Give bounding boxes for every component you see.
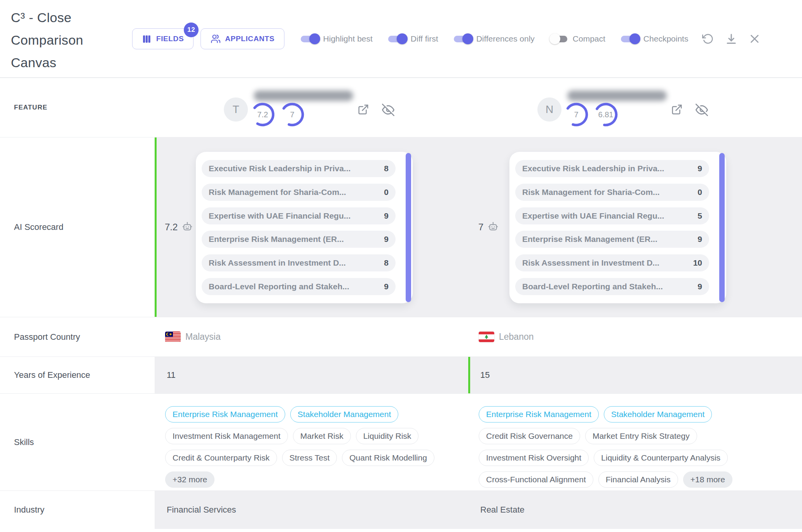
skills-cell-a: Enterprise Risk Management Stakeholder M… — [155, 394, 468, 490]
open-profile-icon[interactable] — [671, 104, 683, 117]
skill-chip: Investment Risk Management — [165, 428, 288, 444]
passport-cell-a: Malaysia — [155, 317, 468, 356]
best-highlight-bar — [155, 137, 157, 317]
skill-chip: Credit & Counterparty Risk — [165, 450, 277, 466]
applicant-b-score-ring-1: 7 — [563, 101, 589, 128]
row-years-of-experience: Years of Experience 11 15 — [0, 356, 802, 393]
users-icon — [210, 34, 220, 44]
toggle-compact-label: Compact — [573, 34, 605, 43]
ai-scorecard-cell-b: 7 Executive Risk Leadership in Priva...9… — [468, 137, 802, 317]
skills-more-button[interactable]: +18 more — [683, 471, 732, 488]
applicant-a-score-ring-2: 7 — [279, 101, 305, 128]
scorecard-item: Executive Risk Leadership in Priva...8 — [202, 160, 396, 177]
toggle-checkpoints-label: Checkpoints — [643, 34, 689, 43]
fields-button[interactable]: FIELDS 12 — [132, 28, 194, 49]
row-passport-country: Passport Country Malaysia — [0, 317, 802, 356]
columns-icon — [142, 34, 152, 44]
scorecard-item: Enterprise Risk Management (ER...9 — [202, 231, 396, 248]
fields-button-label: FIELDS — [156, 35, 184, 43]
scorecard-item: Executive Risk Leadership in Priva...9 — [515, 160, 709, 177]
download-icon[interactable] — [725, 33, 737, 45]
skill-chip: Quant Risk Modelling — [342, 450, 434, 466]
industry-value: Real Estate — [480, 491, 525, 529]
open-profile-icon[interactable] — [357, 104, 369, 117]
passport-cell-b: Lebanon — [468, 317, 802, 356]
malaysia-flag-icon — [165, 332, 181, 342]
scorecard-item: Expertise with UAE Financial Regu...9 — [202, 207, 396, 224]
row-label-years-of-experience: Years of Experience — [0, 357, 155, 393]
yoe-cell-b: 15 — [468, 357, 802, 393]
skill-chip: Credit Risk Governance — [479, 428, 580, 444]
lebanon-flag-icon — [479, 332, 494, 342]
skill-chip-highlighted: Enterprise Risk Management — [165, 406, 285, 422]
skill-chip: Investment Risk Oversight — [479, 450, 589, 466]
industry-value: Financial Services — [167, 491, 236, 529]
scorecard-scrollbar[interactable] — [406, 153, 411, 302]
scorecard-item: Board-Level Reporting and Stakeh...9 — [515, 278, 709, 295]
skill-chip-highlighted: Stakeholder Management — [290, 406, 399, 422]
overall-score-a: 7.2 — [165, 137, 193, 317]
row-label-industry: Industry — [0, 491, 155, 529]
yoe-value: 15 — [480, 357, 490, 393]
hide-applicant-icon[interactable] — [382, 104, 394, 118]
toggle-diff-first[interactable]: Diff first — [387, 33, 438, 45]
toggle-diff-first-label: Diff first — [411, 34, 438, 43]
robot-icon — [487, 220, 499, 234]
page-title: C³ - Close Comparison Canvas — [11, 6, 98, 74]
fields-count-badge: 12 — [184, 23, 199, 37]
industry-cell-b: Real Estate — [468, 491, 802, 529]
scorecard-item: Enterprise Risk Management (ER...9 — [515, 231, 709, 248]
passport-country-value: Malaysia — [185, 332, 221, 342]
toggle-checkpoints-switch[interactable] — [620, 33, 640, 45]
feature-column-header: FEATURE — [0, 78, 155, 137]
skill-chip-highlighted: Stakeholder Management — [604, 406, 712, 422]
skill-chip: Liquidity Risk — [356, 428, 419, 444]
skill-chip: Liquidity & Counterparty Analysis — [594, 450, 728, 466]
ai-scorecard-cell-a: 7.2 Executive Risk Leadership in Priva..… — [155, 137, 468, 317]
skills-cell-b: Enterprise Risk Management Stakeholder M… — [468, 394, 802, 490]
applicant-b-score-ring-2: 6.81 — [593, 101, 619, 128]
toggle-differences-only-switch[interactable] — [453, 33, 473, 45]
applicant-a-header: T 7.2 7 — [155, 78, 468, 137]
passport-country-value: Lebanon — [499, 332, 534, 342]
yoe-value: 11 — [167, 357, 176, 393]
row-skills: Skills Enterprise Risk Management Stakeh… — [0, 393, 802, 490]
scorecard-scrollbar[interactable] — [719, 153, 725, 302]
scorecard-item: Board-Level Reporting and Stakeh...9 — [202, 278, 396, 295]
toggle-diff-first-switch[interactable] — [387, 33, 408, 45]
toggle-compact[interactable]: Compact — [549, 33, 605, 45]
refresh-icon[interactable] — [702, 33, 714, 45]
toggle-compact-switch[interactable] — [549, 33, 570, 45]
skill-chip-highlighted: Enterprise Risk Management — [479, 406, 599, 422]
industry-cell-a: Financial Services — [155, 491, 468, 529]
hide-applicant-icon[interactable] — [696, 104, 708, 118]
toggle-differences-only-label: Differences only — [476, 34, 535, 43]
row-label-passport-country: Passport Country — [0, 317, 155, 356]
toggle-checkpoints[interactable]: Checkpoints — [620, 33, 689, 45]
toggle-highlight-best-switch[interactable] — [300, 33, 320, 45]
toggle-differences-only[interactable]: Differences only — [453, 33, 535, 45]
toggle-highlight-best[interactable]: Highlight best — [300, 33, 373, 45]
scorecard-panel-b: Executive Risk Leadership in Priva...9 R… — [509, 152, 726, 303]
scorecard-item: Expertise with UAE Financial Regu...5 — [515, 207, 709, 224]
skills-more-button[interactable]: +32 more — [165, 471, 214, 488]
applicant-b-avatar: N — [537, 97, 561, 122]
robot-icon — [181, 220, 193, 234]
yoe-cell-a: 11 — [155, 357, 468, 393]
skill-chip: Cross-Functional Alignment — [479, 471, 593, 488]
applicant-b-header: N 7 6.81 — [468, 78, 802, 137]
overall-score-b: 7 — [478, 137, 499, 317]
top-bar: C³ - Close Comparison Canvas FIELDS 12 A… — [0, 0, 802, 78]
scorecard-item: Risk Assessment in Investment D...8 — [202, 254, 396, 271]
scorecard-item: Risk Assessment in Investment D...10 — [515, 254, 709, 271]
toolbar: FIELDS 12 APPLICANTS Highlight best Diff… — [132, 28, 760, 50]
row-label-skills: Skills — [0, 394, 155, 490]
close-icon[interactable] — [749, 33, 760, 45]
skill-chip: Financial Analysis — [598, 471, 678, 488]
row-label-ai-scorecard: AI Scorecard — [0, 137, 155, 317]
skill-chip: Market Entry Risk Strategy — [585, 428, 697, 444]
feature-header-row: FEATURE T 7.2 7 — [0, 78, 802, 137]
skill-chip: Market Risk — [293, 428, 351, 444]
applicant-b-name-redacted — [567, 90, 667, 101]
applicants-button[interactable]: APPLICANTS — [200, 28, 284, 49]
